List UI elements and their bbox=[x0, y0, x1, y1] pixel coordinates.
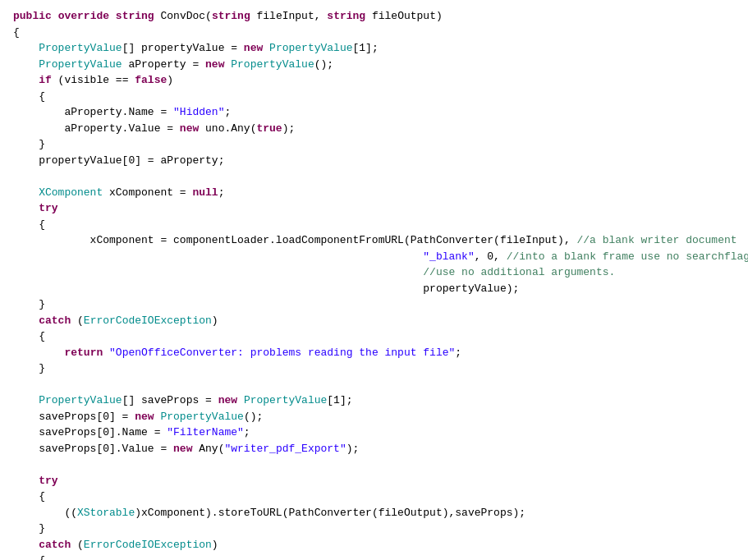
code-line: } bbox=[13, 521, 735, 537]
code-line: { bbox=[13, 553, 735, 560]
code-line bbox=[13, 377, 735, 393]
code-line: public override string ConvDoc(string fi… bbox=[13, 8, 735, 25]
code-line: catch (ErrorCodeIOException) bbox=[13, 313, 735, 329]
code-line: } bbox=[13, 136, 735, 153]
code-line: if (visible == false) bbox=[13, 72, 735, 89]
code-line: } bbox=[13, 360, 735, 377]
code-line: try bbox=[13, 473, 735, 489]
code-line: catch (ErrorCodeIOException) bbox=[13, 537, 735, 553]
code-line: { bbox=[13, 217, 735, 233]
code-line: return "OpenOfficeConverter: problems re… bbox=[13, 345, 735, 361]
code-line: saveProps[0] = new PropertyValue(); bbox=[13, 409, 735, 425]
code-line: try bbox=[13, 200, 735, 217]
code-line: } bbox=[13, 296, 735, 313]
code-line: saveProps[0].Value = new Any("writer_pdf… bbox=[13, 441, 735, 457]
code-line: { bbox=[13, 489, 735, 505]
code-line: aProperty.Value = new uno.Any(true); bbox=[13, 121, 735, 137]
code-line: ((XStorable)xComponent).storeToURL(PathC… bbox=[13, 505, 735, 521]
code-line bbox=[13, 168, 735, 185]
code-line: PropertyValue[] saveProps = new Property… bbox=[13, 392, 735, 409]
code-line: { bbox=[13, 25, 735, 41]
code-container: public override string ConvDoc(string fi… bbox=[0, 0, 748, 560]
code-line bbox=[13, 457, 735, 473]
code-line: //use no additional arguments. bbox=[13, 264, 735, 281]
code-line: propertyValue[0] = aProperty; bbox=[13, 153, 735, 169]
code-line: aProperty.Name = "Hidden"; bbox=[13, 104, 735, 121]
code-line: saveProps[0].Name = "FilterName"; bbox=[13, 425, 735, 441]
code-line: PropertyValue aProperty = new PropertyVa… bbox=[13, 57, 735, 73]
code-line: { bbox=[13, 89, 735, 105]
code-line: propertyValue); bbox=[13, 281, 735, 297]
code-line: { bbox=[13, 328, 735, 345]
code-line: "_blank", 0, //into a blank frame use no… bbox=[13, 249, 735, 265]
code-line: PropertyValue[] propertyValue = new Prop… bbox=[13, 40, 735, 57]
code-line: XComponent xComponent = null; bbox=[13, 185, 735, 201]
code-line: xComponent = componentLoader.loadCompone… bbox=[13, 232, 735, 249]
